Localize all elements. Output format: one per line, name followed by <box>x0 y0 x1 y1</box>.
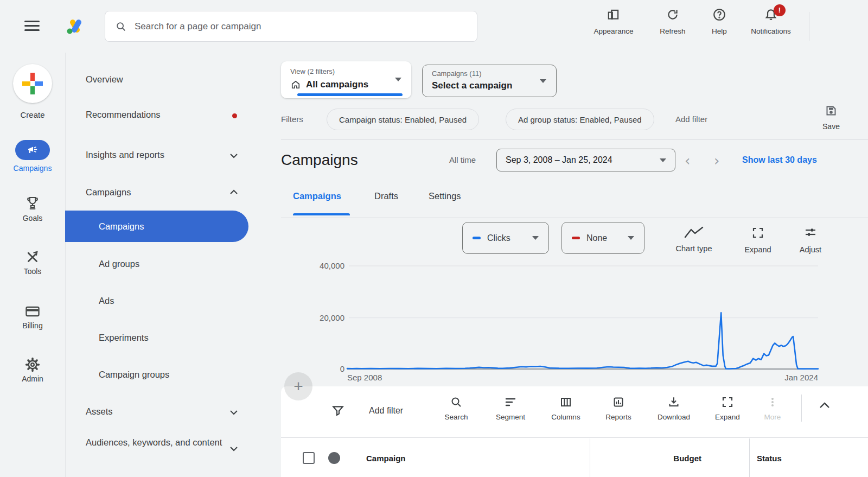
admin-label: Admin <box>0 374 65 383</box>
table-search-label: Search <box>435 413 478 421</box>
subnav-audiences-keywords-content[interactable]: Audiences, keywords, and content <box>86 435 226 449</box>
column-header-status[interactable]: Status <box>757 454 782 463</box>
column-header-campaign[interactable]: Campaign <box>366 454 406 463</box>
column-header-budget[interactable]: Budget <box>590 454 701 463</box>
save-icon <box>825 104 838 117</box>
svg-text:20,000: 20,000 <box>320 313 344 322</box>
chart-expand-button[interactable]: Expand <box>739 226 777 254</box>
search-icon <box>115 21 127 33</box>
view-selector[interactable]: View (2 filters) All campaigns <box>281 61 411 98</box>
section-divider <box>281 139 868 140</box>
primary-metric-dropdown[interactable]: Clicks <box>462 222 549 254</box>
clicks-time-series-chart: 40,000 20,000 0 Sep 2008 Jan 2024 <box>304 255 825 383</box>
notifications-icon: ! <box>764 8 778 22</box>
campaigns-megaphone-icon <box>27 144 39 156</box>
sidebar-item-admin[interactable]: Admin <box>0 357 65 383</box>
table-segment-label: Segment <box>489 413 532 421</box>
table-columns-label: Columns <box>544 413 588 421</box>
secondary-metric-label: None <box>586 233 607 243</box>
tools-label: Tools <box>0 267 65 276</box>
status-filter-dot[interactable] <box>328 452 340 464</box>
menu-icon[interactable] <box>24 18 40 34</box>
table-more-label: More <box>751 413 794 421</box>
campaign-selector-label: Campaigns (11) <box>432 69 482 78</box>
subnav-insights-and-reports[interactable]: Insights and reports <box>86 150 164 160</box>
view-selector-indicator <box>297 93 403 96</box>
table-reports-button[interactable]: Reports <box>597 396 640 421</box>
subnav-experiments[interactable]: Experiments <box>99 333 149 343</box>
dropdown-caret-icon <box>532 236 539 240</box>
show-last-30-days-link[interactable]: Show last 30 days <box>742 155 817 165</box>
table-filter-funnel-icon[interactable] <box>331 404 345 418</box>
table-search-button[interactable]: Search <box>435 396 478 421</box>
subnav-campaigns-parent[interactable]: Campaigns <box>86 187 131 198</box>
segment-icon <box>504 396 517 409</box>
svg-text:40,000: 40,000 <box>320 261 344 270</box>
refresh-label: Refresh <box>648 27 698 35</box>
subnav-assets[interactable]: Assets <box>86 406 113 417</box>
refresh-button[interactable]: Refresh <box>648 8 698 35</box>
filter-chip-campaign-status[interactable]: Campaign status: Enabled, Paused <box>327 109 479 130</box>
chart-type-label: Chart type <box>673 244 715 253</box>
svg-text:0: 0 <box>340 364 344 373</box>
expand-icon <box>721 396 734 409</box>
table-download-button[interactable]: Download <box>652 396 695 421</box>
help-button[interactable]: Help <box>694 8 744 35</box>
adjust-sliders-icon <box>804 226 817 239</box>
tab-drafts[interactable]: Drafts <box>374 191 398 201</box>
subnav-recommendations[interactable]: Recommendations <box>86 110 161 120</box>
subnav-overview[interactable]: Overview <box>86 74 123 85</box>
chevron-up-icon[interactable] <box>229 189 238 195</box>
subnav-campaigns-selected[interactable]: Campaigns <box>65 211 248 242</box>
table-columns-button[interactable]: Columns <box>544 396 588 421</box>
google-ads-logo <box>64 16 85 37</box>
filters-label: Filters <box>281 115 303 124</box>
table-expand-button[interactable]: Expand <box>706 396 749 421</box>
global-search[interactable] <box>105 11 477 42</box>
search-input[interactable] <box>135 21 467 32</box>
table-more-button[interactable]: More <box>751 396 794 421</box>
appearance-label: Appearance <box>589 27 639 35</box>
tab-campaigns[interactable]: Campaigns <box>293 191 341 201</box>
select-all-checkbox[interactable] <box>303 452 315 464</box>
sidebar-item-tools[interactable]: Tools <box>0 250 65 276</box>
goals-trophy-icon <box>25 195 40 212</box>
secondary-metric-dropdown[interactable]: None <box>561 222 644 254</box>
subnav-ads[interactable]: Ads <box>99 296 114 306</box>
metric-swatch-red <box>572 237 580 239</box>
date-range-picker[interactable]: Sep 3, 2008 – Jan 25, 2024 <box>496 149 675 171</box>
add-filter-button[interactable]: Add filter <box>675 115 707 124</box>
billing-card-icon <box>24 304 41 319</box>
dropdown-caret-icon <box>628 236 634 240</box>
chevron-down-icon[interactable] <box>229 153 238 158</box>
table-add-filter-button[interactable]: Add filter <box>369 406 403 416</box>
notifications-button[interactable]: ! Notifications <box>746 8 796 35</box>
chevron-down-icon[interactable] <box>229 410 238 415</box>
sidebar-item-billing[interactable]: Billing <box>0 304 65 330</box>
tab-settings[interactable]: Settings <box>429 191 461 201</box>
billing-label: Billing <box>0 321 65 330</box>
next-period-button[interactable]: › <box>714 152 719 169</box>
create-label: Create <box>0 110 65 119</box>
chart-type-button[interactable]: Chart type <box>673 226 715 253</box>
collapse-toolbar-button[interactable] <box>819 402 830 409</box>
previous-period-button[interactable]: ‹ <box>685 152 690 169</box>
campaign-selector[interactable]: Campaigns (11) Select a campaign <box>422 65 557 97</box>
sidebar-item-goals[interactable]: Goals <box>0 195 65 222</box>
subnav-campaign-groups[interactable]: Campaign groups <box>99 370 169 380</box>
table-download-label: Download <box>652 413 695 421</box>
sidebar-item-campaigns[interactable]: Campaigns <box>0 140 65 173</box>
save-button[interactable]: Save <box>814 104 848 131</box>
create-button[interactable] <box>13 64 52 103</box>
table-segment-button[interactable]: Segment <box>489 396 532 421</box>
toolbar-table-divider <box>281 437 868 438</box>
goals-label: Goals <box>0 214 65 222</box>
subnav-ad-groups[interactable]: Ad groups <box>99 259 139 269</box>
appearance-button[interactable]: Appearance <box>589 8 639 35</box>
table-expand-label: Expand <box>706 413 749 421</box>
chart-adjust-button[interactable]: Adjust <box>793 226 828 254</box>
filter-chip-ad-group-status[interactable]: Ad group status: Enabled, Paused <box>506 109 654 130</box>
chevron-down-icon[interactable] <box>229 446 238 451</box>
add-campaign-fab[interactable]: + <box>284 372 312 400</box>
save-label: Save <box>814 122 848 131</box>
